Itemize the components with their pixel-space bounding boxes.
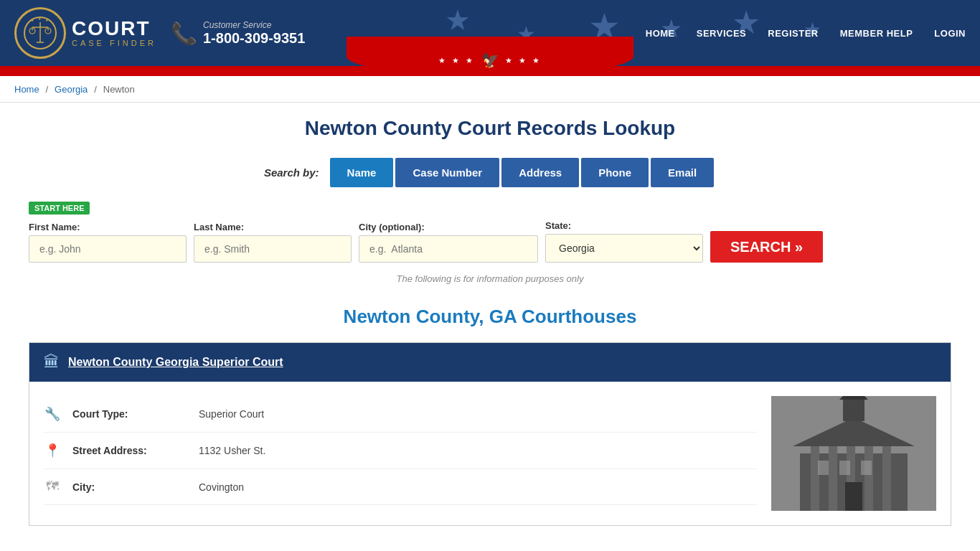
- location-icon: 📍: [44, 443, 61, 458]
- svg-rect-14: [829, 446, 837, 511]
- red-ribbon: ★ ★ ★ 🦅 ★ ★ ★: [0, 66, 980, 76]
- breadcrumb-sep-2: /: [94, 84, 97, 95]
- city-input[interactable]: [359, 235, 538, 263]
- svg-rect-22: [839, 461, 850, 475]
- svg-marker-20: [839, 396, 868, 400]
- state-group: State: Georgia Alabama Florida Tennessee: [545, 220, 703, 263]
- main-content: Newton County Court Records Lookup Searc…: [0, 103, 980, 551]
- court-type-row: 🔧 Court Type: Superior Court: [44, 396, 757, 433]
- city-detail-value: Covington: [199, 481, 244, 493]
- stars-left: ★ ★ ★: [438, 56, 475, 65]
- nav-member-help[interactable]: MEMBER HELP: [840, 28, 913, 39]
- nav-services[interactable]: SERVICES: [697, 28, 747, 39]
- court-type-value: Superior Court: [199, 408, 264, 420]
- courthouse-details: 🔧 Court Type: Superior Court 📍 Street Ad…: [44, 396, 757, 511]
- city-label: City (optional):: [359, 222, 538, 232]
- main-nav: HOME SERVICES REGISTER MEMBER HELP LOGIN: [646, 28, 966, 39]
- last-name-label: Last Name:: [194, 222, 352, 232]
- svg-rect-23: [861, 461, 872, 475]
- last-name-group: Last Name:: [194, 222, 352, 263]
- logo[interactable]: ★ ★ ★ COURT CASE FINDER: [14, 7, 156, 59]
- breadcrumb-newton: Newton: [103, 84, 135, 95]
- first-name-label: First Name:: [29, 222, 187, 232]
- eagle-icon: 🦅: [481, 52, 499, 69]
- city-group: City (optional):: [359, 222, 538, 263]
- svg-rect-24: [845, 482, 862, 511]
- address-label: Street Address:: [72, 445, 187, 456]
- svg-rect-19: [843, 396, 864, 421]
- logo-text: COURT CASE FINDER: [72, 19, 156, 47]
- first-name-group: First Name:: [29, 222, 187, 263]
- logo-case-finder: CASE FINDER: [72, 39, 156, 47]
- breadcrumb-sep-1: /: [46, 84, 49, 95]
- nav-login[interactable]: LOGIN: [934, 28, 966, 39]
- state-select[interactable]: Georgia Alabama Florida Tennessee: [545, 234, 703, 263]
- svg-rect-16: [864, 446, 873, 511]
- page-title: Newton County Court Records Lookup: [29, 117, 951, 140]
- breadcrumb-georgia[interactable]: Georgia: [55, 84, 88, 95]
- header-left: ★ ★ ★ COURT CASE FINDER 📞 Customer Servi…: [14, 7, 305, 59]
- svg-rect-13: [811, 446, 819, 511]
- state-label: State:: [545, 220, 703, 231]
- map-icon: 🗺: [44, 479, 61, 494]
- courthouse-card: 🏛 Newton County Georgia Superior Court 🔧…: [29, 342, 951, 526]
- svg-rect-21: [818, 461, 829, 475]
- breadcrumb-home[interactable]: Home: [14, 84, 39, 95]
- first-name-input[interactable]: [29, 235, 187, 263]
- courthouse-body: 🔧 Court Type: Superior Court 📍 Street Ad…: [29, 382, 951, 525]
- search-by-row: Search by: Name Case Number Address Phon…: [29, 158, 951, 187]
- search-by-label: Search by:: [264, 166, 319, 179]
- nav-register[interactable]: REGISTER: [768, 28, 818, 39]
- city-detail-label: City:: [72, 481, 187, 493]
- customer-service: 📞 Customer Service 1-800-309-9351: [171, 20, 305, 47]
- court-type-label: Court Type:: [72, 408, 187, 420]
- courthouses-title: Newton County, GA Courthouses: [29, 306, 951, 328]
- tab-email[interactable]: Email: [651, 158, 714, 187]
- phone-icon: 📞: [171, 21, 197, 46]
- address-row: 📍 Street Address: 1132 Usher St.: [44, 433, 757, 469]
- courthouse-header: 🏛 Newton County Georgia Superior Court: [29, 343, 951, 382]
- stars-right: ★ ★ ★: [505, 56, 542, 65]
- nav-home[interactable]: HOME: [646, 28, 675, 39]
- last-name-input[interactable]: [194, 235, 352, 263]
- search-button[interactable]: SEARCH »: [710, 231, 823, 263]
- breadcrumb: Home / Georgia / Newton: [0, 76, 980, 103]
- wrench-icon: 🔧: [44, 406, 61, 422]
- courthouse-building-svg: [771, 396, 936, 511]
- logo-court: COURT: [72, 19, 156, 39]
- svg-rect-17: [882, 446, 891, 511]
- courthouse-image-placeholder: [771, 396, 936, 511]
- eagle-row: ★ ★ ★ 🦅 ★ ★ ★: [438, 52, 541, 69]
- info-text: The following is for information purpose…: [29, 273, 951, 284]
- tab-phone[interactable]: Phone: [581, 158, 649, 187]
- tab-address[interactable]: Address: [501, 158, 579, 187]
- customer-service-phone: 1-800-309-9351: [203, 30, 305, 47]
- logo-circle: ★ ★ ★: [14, 7, 66, 59]
- customer-service-label: Customer Service: [203, 20, 305, 30]
- start-here-badge: START HERE: [29, 202, 951, 220]
- logo-emblem: ★ ★ ★: [22, 15, 58, 51]
- courthouse-image: [771, 396, 936, 511]
- search-form: First Name: Last Name: City (optional): …: [29, 220, 951, 263]
- star-icon: ★: [445, 4, 471, 37]
- address-value: 1132 Usher St.: [199, 445, 265, 456]
- city-row: 🗺 City: Covington: [44, 469, 757, 505]
- start-here-label: START HERE: [29, 202, 90, 215]
- tab-case-number[interactable]: Case Number: [395, 158, 499, 187]
- courthouse-name-link[interactable]: Newton County Georgia Superior Court: [68, 356, 283, 369]
- building-icon: 🏛: [44, 353, 60, 372]
- tab-name[interactable]: Name: [330, 158, 394, 187]
